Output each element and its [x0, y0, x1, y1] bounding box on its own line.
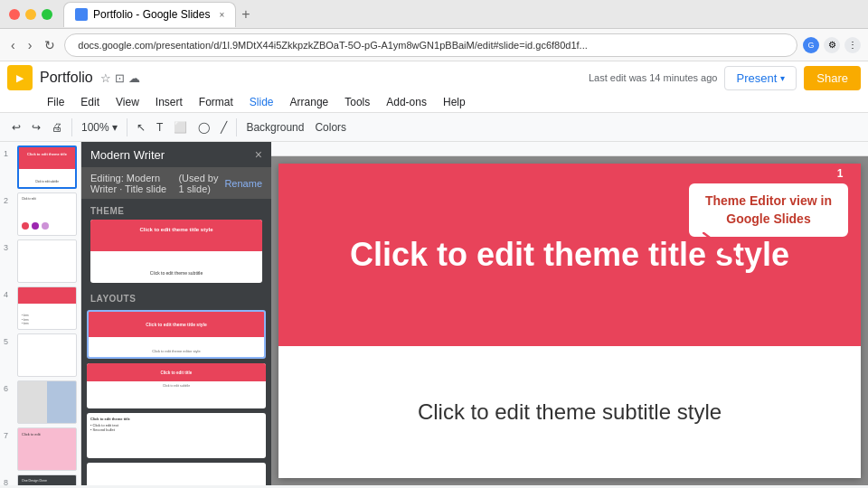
back-button[interactable]: ‹ — [7, 36, 19, 54]
move-icon[interactable]: ⊡ — [115, 71, 125, 85]
thumbnail-8[interactable]: 8 One Design Done — [4, 474, 77, 485]
menu-slide[interactable]: Slide — [242, 94, 281, 110]
star-icon[interactable]: ☆ — [100, 71, 111, 85]
callout-box: Theme Editor view in Google Slides — [687, 182, 850, 239]
thumb-slide-6[interactable] — [17, 380, 77, 424]
header-right: Last edit was 14 minutes ago Present ▾ S… — [581, 66, 861, 90]
thumb-slide-5[interactable] — [17, 333, 77, 377]
maximize-window-btn[interactable] — [42, 9, 52, 20]
layout-sub-text-1: Click to edit theme editor style — [89, 349, 264, 353]
layout-text-2: Click to edit title — [161, 371, 193, 375]
te-header: Modern Writer × — [81, 142, 271, 168]
thumb-slide-2[interactable]: Click to edit — [17, 192, 77, 236]
cloud-icon: ☁ — [128, 71, 140, 85]
colors-button[interactable]: Colors — [310, 118, 351, 136]
thumbnail-1[interactable]: 1 Click to edit theme title Click to edi… — [4, 145, 77, 189]
forward-button[interactable]: › — [24, 36, 36, 54]
text-tool[interactable]: T — [152, 118, 167, 136]
editing-label: Editing: Modern Writer · Title slide — [90, 173, 175, 194]
layout-item-blank[interactable] — [87, 463, 266, 485]
redo-button[interactable]: ↪ — [27, 118, 45, 136]
browser-tab[interactable]: Portfolio - Google Slides × — [63, 2, 236, 27]
background-button[interactable]: Background — [241, 118, 308, 136]
share-button[interactable]: Share — [804, 66, 861, 90]
logo-icon: ▶ — [16, 73, 24, 83]
menu-insert[interactable]: Insert — [148, 94, 190, 110]
title-icons: ☆ ⊡ ☁ — [100, 71, 140, 85]
tab-close-btn[interactable]: × — [219, 10, 224, 20]
rename-button[interactable]: Rename — [224, 178, 262, 189]
thumbnail-4[interactable]: 4 • item• item• item — [4, 286, 77, 330]
te-close-button[interactable]: × — [255, 147, 262, 162]
menu-view[interactable]: View — [108, 94, 146, 110]
present-button[interactable]: Present ▾ — [724, 66, 797, 90]
google-account-icon[interactable]: G — [803, 37, 819, 53]
address-input[interactable] — [64, 33, 797, 57]
undo-button[interactable]: ↩ — [7, 118, 25, 136]
thumbnail-7[interactable]: 7 Click to edit — [4, 427, 77, 471]
thumb-num-6: 6 — [4, 380, 14, 393]
te-editing-bar: Editing: Modern Writer · Title slide (Us… — [81, 168, 271, 199]
slides-titlebar: ▶ Portfolio ☆ ⊡ ☁ Last edit was 14 minut… — [0, 61, 868, 94]
menu-icon[interactable]: ⋮ — [844, 37, 861, 53]
layout-red-1: Click to edit theme title style — [89, 312, 264, 337]
used-by-label: (Used by 1 slide) — [178, 173, 221, 194]
layout-item-title[interactable]: Click to edit theme title style Click to… — [87, 310, 266, 359]
print-button[interactable]: 🖨 — [47, 118, 67, 136]
thumb-red-bar-1 — [19, 147, 75, 169]
shape-tool[interactable]: ◯ — [193, 118, 214, 136]
cursor-tool[interactable]: ↖ — [132, 118, 150, 136]
menu-arrange[interactable]: Arrange — [283, 94, 336, 110]
te-theme-thumbnail[interactable]: Click to edit theme title style Click to… — [90, 220, 262, 283]
close-window-btn[interactable] — [9, 9, 20, 20]
thumb-slide-7[interactable]: Click to edit — [17, 427, 77, 471]
te-theme-title-text: Click to edit theme title style — [90, 227, 262, 232]
layout-thumb-section: Click to edit title Click to edit subtit… — [87, 363, 266, 408]
line-tool[interactable]: ╱ — [216, 118, 231, 136]
layout-title-3: Click to edit theme title — [90, 417, 262, 421]
canvas-subtitle[interactable]: Click to edit theme subtitle style — [418, 399, 722, 425]
thumbnail-2[interactable]: 2 Click to edit — [4, 192, 77, 236]
thumb-num-3: 3 — [4, 239, 14, 252]
layout-thumb-blank — [87, 463, 266, 485]
layout-item-section[interactable]: Click to edit title Click to edit subtit… — [87, 363, 266, 408]
thumbnail-3[interactable]: 3 — [4, 239, 77, 283]
thumb-slide-4[interactable]: • item• item• item — [17, 286, 77, 330]
thumbnail-6[interactable]: 6 — [4, 380, 77, 424]
menu-edit[interactable]: Edit — [73, 94, 107, 110]
extensions-icon[interactable]: ⚙ — [824, 37, 840, 53]
menu-tools[interactable]: Tools — [337, 94, 377, 110]
image-tool[interactable]: ⬜ — [169, 118, 192, 136]
menu-file[interactable]: File — [40, 94, 71, 110]
refresh-button[interactable]: ↻ — [41, 36, 59, 54]
menu-format[interactable]: Format — [192, 94, 241, 110]
slides-logo: ▶ — [7, 65, 33, 90]
menu-help[interactable]: Help — [436, 94, 473, 110]
circle-purple2 — [42, 222, 49, 230]
thumb-slide-8[interactable]: One Design Done — [17, 474, 77, 485]
thumbnail-5[interactable]: 5 — [4, 333, 77, 377]
thumb-slide-1[interactable]: Click to edit theme title Click to edit … — [17, 145, 77, 189]
thumb-num-7: 7 — [4, 427, 14, 440]
toolbar: ↩ ↪ 🖨 100% ▾ ↖ T ⬜ ◯ ╱ Background Colors — [0, 113, 868, 142]
zoom-button[interactable]: 100% ▾ — [77, 118, 122, 136]
thumb-num-1: 1 — [4, 145, 14, 158]
svg-line-0 — [703, 232, 739, 259]
minimize-window-btn[interactable] — [25, 9, 36, 20]
thumb-content-4: • item• item• item — [22, 314, 72, 325]
thumb-num-2: 2 — [4, 192, 14, 205]
present-dropdown-icon[interactable]: ▾ — [780, 73, 785, 83]
thumb-sub-1: Click to edit subtitle — [23, 180, 71, 183]
circle-red — [22, 222, 29, 230]
thumb-slide-3[interactable] — [17, 239, 77, 283]
layout-body-3b: • Second bullet — [90, 427, 262, 432]
tab-favicon — [75, 8, 88, 21]
thumbnails-panel: 1 Click to edit theme title Click to edi… — [0, 142, 81, 485]
menu-addons[interactable]: Add-ons — [379, 94, 434, 110]
new-tab-button[interactable]: + — [241, 6, 250, 23]
layout-item-content[interactable]: Click to edit theme title • Click to edi… — [87, 413, 266, 458]
doc-title[interactable]: Portfolio — [40, 70, 93, 86]
te-title: Modern Writer — [90, 148, 255, 162]
thumb-text-2: Click to edit — [22, 197, 72, 201]
share-label: Share — [816, 71, 848, 85]
